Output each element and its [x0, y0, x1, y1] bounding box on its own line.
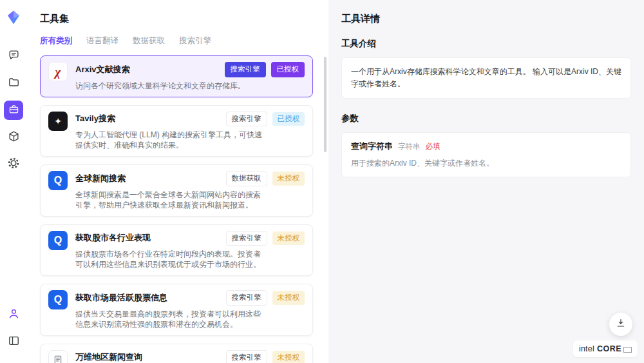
param-description: 用于搜索的Arxiv ID、关键字或作者姓名。: [351, 158, 621, 169]
nav-collapse-button[interactable]: [4, 332, 23, 351]
tool-category-chip: 搜索引擎: [226, 231, 267, 246]
app-logo[interactable]: [5, 9, 22, 26]
tool-intro-card: 一个用于从Arxiv存储库搜索科学论文和文章的工具。 输入可以是Arxiv ID…: [341, 57, 631, 99]
detail-title: 工具详情: [341, 13, 631, 25]
sidebar-toggle-icon: [8, 335, 20, 349]
tool-category-chip: 数据获取: [226, 171, 267, 186]
tool-intro-text: 一个用于从Arxiv存储库搜索科学论文和文章的工具。 输入可以是Arxiv ID…: [351, 66, 621, 90]
tool-list-panel: 工具集 所有类别 语言翻译 数据获取 搜索引擎 Arxiv文献搜索 搜索引擎 已…: [27, 0, 328, 363]
scrollbar[interactable]: [324, 57, 327, 152]
tool-name: 全球新闻搜索: [75, 173, 126, 184]
tool-description: 提供当天交易量最高的股票列表，投资者可以利用这些信息来识别流动性强的股票和潜在的…: [75, 309, 263, 329]
nav-user-button[interactable]: [4, 305, 23, 324]
chat-icon: [8, 49, 20, 64]
nav-tools-button[interactable]: [4, 101, 23, 120]
params-section-title: 参数: [341, 113, 631, 124]
tool-card[interactable]: 获取股市各行业表现 搜索引擎 未授权 提供股票市场各个行业在特定时间段内的表现。…: [40, 224, 313, 277]
category-tabs: 所有类别 语言翻译 数据获取 搜索引擎: [40, 35, 313, 46]
settings-gear-icon: [7, 157, 20, 172]
tool-category-chip: 搜索引擎: [226, 290, 267, 306]
nav-files-button[interactable]: [4, 74, 23, 93]
param-name: 查询字符串: [351, 141, 393, 152]
tab-all-categories[interactable]: 所有类别: [40, 35, 72, 46]
tool-category-chip: 搜索引擎: [226, 350, 267, 363]
arxiv-logo-icon: [48, 62, 68, 81]
param-type: 字符串: [398, 142, 421, 152]
stock-market-logo-icon: [48, 231, 68, 250]
tool-description: 专为人工智能代理 (LLM) 构建的搜索引擎工具，可快速提供实时、准确和真实的结…: [75, 130, 263, 150]
nav-rail: [0, 0, 27, 363]
intel-product-text: CORE: [597, 345, 621, 353]
gem-logo-icon: [6, 10, 21, 25]
tool-name: 万维地区新闻查询: [75, 352, 142, 362]
tool-card[interactable]: Arxiv文献搜索 搜索引擎 已授权 访问各个研究领域大量科学论文和文章的存储库…: [40, 55, 313, 97]
stock-market-logo-icon: [48, 290, 68, 309]
tool-description: 提供股票市场各个行业在特定时间段内的表现。投资者可以利用这些信息来识别表现优于或…: [75, 249, 263, 270]
tool-name: 获取股市各行业表现: [75, 233, 151, 243]
tavily-logo-icon: [48, 112, 68, 131]
tool-card[interactable]: 获取市场最活跃股票信息 搜索引擎 未授权 提供当天交易量最高的股票列表，投资者可…: [40, 284, 313, 336]
user-icon: [8, 308, 20, 322]
tool-card[interactable]: 万维地区新闻查询 搜索引擎 未授权 查询具体行政区划内的新闻，快速了解各地新闻动: [40, 344, 313, 363]
tool-auth-badge: 未授权: [272, 231, 305, 246]
param-required-flag: 必填: [426, 142, 440, 152]
tool-category-chip: 搜索引擎: [225, 62, 266, 77]
nav-plugins-button[interactable]: [4, 128, 23, 147]
tool-name: Arxiv文献搜索: [75, 64, 130, 75]
tool-card[interactable]: Tavily搜索 搜索引擎 已授权 专为人工智能代理 (LLM) 构建的搜索引擎…: [40, 105, 313, 157]
tool-auth-badge: 未授权: [272, 351, 305, 363]
tool-auth-badge: 已授权: [272, 112, 305, 126]
download-button[interactable]: [609, 313, 632, 336]
rail-bottom-group: [4, 301, 23, 355]
tool-description: 全球新闻搜索是一个聚合全球各大新闻网站内容的搜索引擎，帮助用户快速获取全球最新资…: [75, 190, 263, 210]
tool-card-list: Arxiv文献搜索 搜索引擎 已授权 访问各个研究领域大量科学论文和文章的存储库…: [40, 55, 313, 363]
tool-detail-panel: 工具详情 工具介绍 一个用于从Arxiv存储库搜索科学论文和文章的工具。 输入可…: [328, 0, 644, 363]
tool-description: 访问各个研究领域大量科学论文和文章的存储库。: [75, 81, 263, 91]
tool-name: Tavily搜索: [75, 113, 115, 124]
tool-name: 获取市场最活跃股票信息: [75, 293, 167, 303]
folder-icon: [8, 76, 20, 91]
tab-search-engine[interactable]: 搜索引擎: [179, 35, 211, 46]
global-news-logo-icon: [48, 171, 68, 190]
toolbox-icon: [8, 104, 19, 117]
nav-settings-button[interactable]: [4, 155, 23, 174]
news-doc-icon: [48, 350, 68, 363]
param-card: 查询字符串 字符串 必填 用于搜索的Arxiv ID、关键字或作者姓名。: [341, 132, 631, 177]
tab-data-fetch[interactable]: 数据获取: [133, 35, 165, 46]
tool-card[interactable]: 全球新闻搜索 数据获取 未授权 全球新闻搜索是一个聚合全球各大新闻网站内容的搜索…: [40, 164, 313, 217]
param-header: 查询字符串 字符串 必填: [351, 141, 621, 152]
app-root: 工具集 所有类别 语言翻译 数据获取 搜索引擎 Arxiv文献搜索 搜索引擎 已…: [0, 0, 644, 363]
tool-auth-badge: 未授权: [272, 291, 305, 305]
intel-core-badge: intel CORE: [573, 340, 638, 358]
package-icon: [8, 130, 20, 145]
nav-chat-button[interactable]: [4, 46, 23, 66]
tab-language-translation[interactable]: 语言翻译: [86, 35, 118, 46]
page-title: 工具集: [40, 13, 313, 25]
intel-brand-text: intel: [579, 345, 594, 353]
tool-auth-badge: 未授权: [272, 172, 305, 186]
intel-tier-box: [623, 347, 632, 353]
tool-auth-badge: 已授权: [271, 62, 305, 77]
intro-section-title: 工具介绍: [341, 38, 631, 50]
tool-category-chip: 搜索引擎: [226, 112, 267, 127]
download-icon: [616, 318, 626, 331]
